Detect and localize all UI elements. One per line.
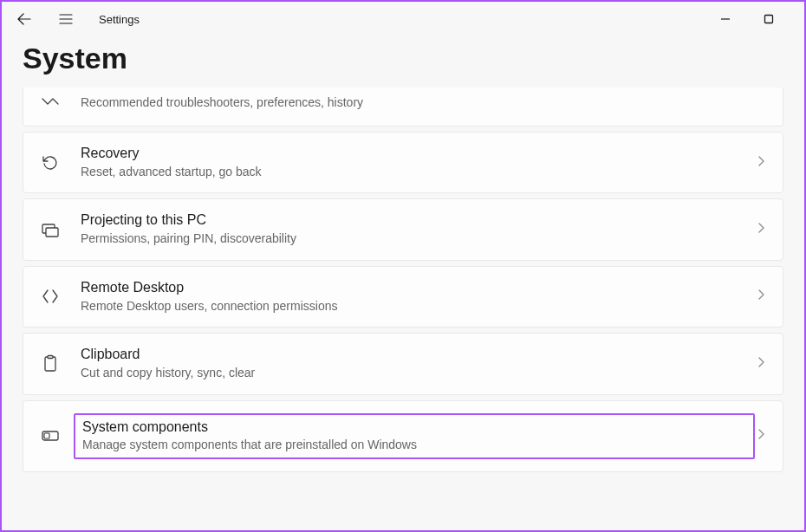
chevron-right-icon bbox=[755, 428, 767, 444]
back-button[interactable] bbox=[9, 3, 40, 35]
minimize-icon bbox=[720, 14, 731, 24]
chevron-right-icon bbox=[755, 356, 767, 372]
chevron-right-icon bbox=[755, 222, 767, 237]
item-desc: Remote Desktop users, connection permiss… bbox=[81, 298, 755, 315]
menu-button[interactable] bbox=[50, 3, 81, 35]
svg-rect-4 bbox=[48, 355, 53, 358]
item-text: Clipboard Cut and copy history, sync, cl… bbox=[81, 346, 755, 381]
item-title: Recovery bbox=[81, 145, 755, 163]
projecting-icon bbox=[39, 218, 62, 241]
item-text: Recovery Reset, advanced startup, go bac… bbox=[81, 145, 755, 180]
svg-rect-3 bbox=[45, 357, 55, 371]
svg-rect-6 bbox=[44, 433, 49, 438]
chevron-right-icon bbox=[755, 155, 767, 171]
page-title: System bbox=[2, 36, 804, 88]
settings-item-clipboard[interactable]: Clipboard Cut and copy history, sync, cl… bbox=[23, 333, 783, 394]
settings-item-projecting[interactable]: Projecting to this PC Permissions, pairi… bbox=[23, 198, 783, 260]
svg-rect-2 bbox=[46, 228, 58, 237]
titlebar: Settings bbox=[2, 2, 804, 36]
app-title: Settings bbox=[99, 13, 140, 26]
item-text: Projecting to this PC Permissions, pairi… bbox=[81, 211, 755, 247]
item-title: Projecting to this PC bbox=[81, 211, 755, 230]
item-desc: Reset, advanced startup, go back bbox=[81, 164, 755, 181]
system-components-icon bbox=[39, 425, 62, 447]
settings-item-remote-desktop[interactable]: Remote Desktop Remote Desktop users, con… bbox=[23, 266, 783, 328]
clipboard-icon bbox=[39, 353, 62, 375]
hamburger-icon bbox=[59, 12, 73, 26]
svg-rect-0 bbox=[765, 16, 773, 23]
item-title: Remote Desktop bbox=[81, 279, 755, 297]
back-arrow-icon bbox=[17, 12, 31, 26]
maximize-button[interactable] bbox=[756, 6, 782, 32]
item-text: Remote Desktop Remote Desktop users, con… bbox=[81, 279, 755, 315]
minimize-button[interactable] bbox=[712, 6, 738, 32]
recovery-icon bbox=[39, 152, 62, 174]
item-desc: Cut and copy history, sync, clear bbox=[81, 365, 755, 382]
maximize-icon bbox=[764, 14, 774, 24]
titlebar-left: Settings bbox=[9, 3, 140, 35]
troubleshoot-icon bbox=[39, 91, 62, 114]
item-title: Clipboard bbox=[81, 346, 755, 364]
window-controls bbox=[712, 6, 797, 32]
settings-item-recovery[interactable]: Recovery Reset, advanced startup, go bac… bbox=[23, 132, 783, 193]
item-title: System components bbox=[82, 418, 746, 437]
item-text-highlighted: System components Manage system componen… bbox=[74, 413, 755, 459]
settings-list: Recommended troubleshooters, preferences… bbox=[2, 88, 804, 472]
settings-item-troubleshoot[interactable]: Recommended troubleshooters, preferences… bbox=[23, 88, 783, 127]
chevron-right-icon bbox=[755, 289, 767, 304]
item-desc: Recommended troubleshooters, preferences… bbox=[81, 94, 767, 112]
item-desc: Manage system components that are preins… bbox=[82, 437, 746, 454]
remote-desktop-icon bbox=[39, 285, 62, 308]
settings-item-system-components[interactable]: System components Manage system componen… bbox=[23, 400, 783, 472]
item-text: Recommended troubleshooters, preferences… bbox=[81, 94, 767, 112]
item-desc: Permissions, pairing PIN, discoverabilit… bbox=[81, 230, 755, 248]
